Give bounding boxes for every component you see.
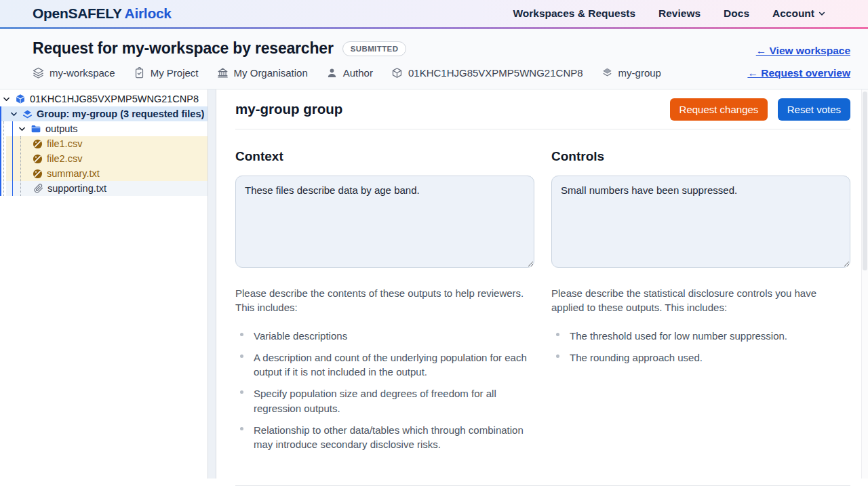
user-icon: [326, 67, 338, 79]
context-textarea[interactable]: These files describe data by age band.: [235, 176, 534, 268]
cube-icon: [15, 94, 26, 104]
bullet-item: A description and count of the underlyin…: [254, 350, 534, 380]
tree-item-summary-txt[interactable]: summary.txt: [6, 166, 208, 181]
group-heading: my-group group: [235, 101, 342, 117]
context-description: Please describe the contents of these ou…: [235, 286, 534, 315]
scrollbar-thumb[interactable]: [863, 92, 867, 270]
logo-airlock: Airlock: [125, 5, 172, 21]
layers-icon: [33, 67, 44, 79]
controls-bullet-list: The threshold used for low number suppre…: [551, 329, 850, 365]
panel-divider[interactable]: [208, 89, 216, 479]
bullet-item: Relationship to other data/tables which …: [254, 423, 534, 452]
main-scrollbar[interactable]: [861, 89, 868, 479]
output-file-icon: [33, 169, 43, 179]
paperclip-icon: [34, 184, 43, 193]
tree-item-file2-csv[interactable]: file2.csv: [6, 151, 208, 166]
file-tree-sidebar: 01KHC1HJG85VXPMP5WNG21CNP8 Group: my-gro…: [0, 89, 208, 479]
cube-icon: [391, 67, 403, 79]
section-divider: [235, 485, 850, 486]
chevron-down-icon: [818, 9, 826, 18]
breadcrumb-request-id: 01KHC1HJG85VXPMP5WNG21CNP8: [391, 67, 583, 79]
context-bullet-list: Variable descriptions A description and …: [235, 329, 534, 452]
request-header: Request for my-workspace by researcher S…: [0, 29, 868, 89]
chevron-down-icon[interactable]: [9, 110, 18, 119]
bullet-item: The rounding approach used.: [570, 350, 850, 365]
nav-links: Workspaces & Requests Reviews Docs Accou…: [513, 7, 826, 20]
bullet-item: Variable descriptions: [254, 329, 534, 343]
tree-item-outputs-folder[interactable]: outputs: [1, 121, 208, 136]
breadcrumb-group: my-group: [601, 67, 661, 79]
output-file-icon: [33, 154, 43, 164]
tree-item-request-id[interactable]: 01KHC1HJG85VXPMP5WNG21CNP8: [0, 92, 208, 106]
tree-guide-line: [20, 136, 21, 196]
context-section: Context These files describe data by age…: [235, 149, 534, 460]
controls-description: Please describe the statistical disclosu…: [551, 286, 850, 315]
nav-docs[interactable]: Docs: [724, 7, 749, 20]
breadcrumb-workspace: my-workspace: [33, 67, 115, 79]
nav-reviews[interactable]: Reviews: [658, 7, 701, 20]
tree-item-file1-csv[interactable]: file1.csv: [6, 136, 208, 151]
chevron-down-icon[interactable]: [2, 95, 11, 104]
tree-item-group-my-group[interactable]: Group: my-group (3 requested files): [1, 106, 208, 121]
breadcrumb-organisation: My Organisation: [217, 67, 308, 79]
chevron-down-icon[interactable]: [18, 125, 26, 134]
controls-textarea[interactable]: Small numbers have been suppressed.: [551, 176, 850, 268]
tree-guide-line: [3, 121, 4, 196]
reset-votes-button[interactable]: Reset votes: [778, 98, 850, 121]
bullet-item: Specify population size and degrees of f…: [254, 386, 534, 415]
controls-heading: Controls: [551, 149, 850, 164]
breadcrumb-author: Author: [326, 67, 373, 79]
layers-icon: [601, 67, 613, 79]
context-heading: Context: [235, 149, 534, 164]
group-detail-panel: my-group group Request changes Reset vot…: [216, 89, 868, 479]
output-file-icon: [33, 139, 43, 149]
bullet-item: The threshold used for low number suppre…: [570, 329, 850, 343]
tree-item-supporting-txt[interactable]: supporting.txt: [6, 181, 208, 196]
folder-icon: [31, 123, 41, 134]
nav-workspaces-requests[interactable]: Workspaces & Requests: [513, 7, 635, 20]
breadcrumb: my-workspace My Project My Organisation …: [33, 67, 661, 79]
bank-icon: [217, 67, 229, 79]
controls-section: Controls Small numbers have been suppres…: [551, 149, 850, 460]
group-subtree: Group: my-group (3 requested files) outp…: [0, 106, 208, 196]
app-logo[interactable]: OpenSAFELYAirlock: [33, 5, 172, 22]
request-changes-button[interactable]: Request changes: [670, 98, 768, 121]
group-panel-header: my-group group Request changes Reset vot…: [235, 89, 850, 129]
nav-account-menu[interactable]: Account: [772, 7, 826, 20]
page-title: Request for my-workspace by researcher: [33, 39, 334, 58]
layers-icon: [22, 109, 33, 119]
status-badge: SUBMITTED: [342, 41, 407, 56]
top-navbar: OpenSAFELYAirlock Workspaces & Requests …: [0, 0, 868, 29]
clipboard-icon: [134, 67, 145, 79]
request-overview-link[interactable]: ← Request overview: [747, 67, 850, 79]
view-workspace-link[interactable]: ← View workspace: [756, 45, 850, 57]
logo-opensafely: OpenSAFELY: [33, 5, 122, 21]
tree-guide-line: [12, 121, 13, 196]
breadcrumb-project: My Project: [134, 67, 199, 79]
